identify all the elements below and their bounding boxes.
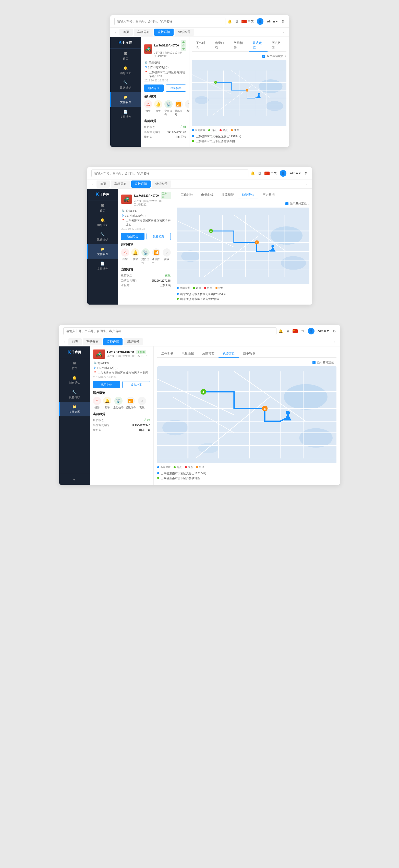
info-icon-3[interactable]: ℹ [335,361,336,364]
lang-switcher-3[interactable]: 中文 [293,329,305,333]
sidebar-item-file-mgmt-3[interactable]: 📁 文件管理 [59,402,90,416]
run-alarm-2[interactable]: ⚠ 报警 [121,248,129,265]
tab-vehicle-2[interactable]: 车辆分布 [111,181,130,188]
lang-switcher[interactable]: 中文 [242,19,254,24]
map-container-3[interactable]: A B [157,366,336,463]
archive-button[interactable]: 设备档案 [166,85,186,92]
tab-monitor[interactable]: 监控详情 [154,29,174,36]
run-warn-2[interactable]: 🔔 预警 [131,248,140,265]
tab-org-3[interactable]: 组织账号 [124,338,143,345]
user-avatar-3[interactable]: 👤 [308,328,314,335]
tab-fault-3[interactable]: 故障预警 [198,350,218,358]
settings-icon[interactable]: ⚙ [282,20,285,24]
run-overview-title: 运行概览 [144,94,186,98]
run-warn-3[interactable]: 🔔 预警 [103,397,111,409]
tab-vehicle-3[interactable]: 车辆分布 [83,338,102,345]
run-icon-warn[interactable]: 🔔 预警 [154,100,162,116]
tab-home-3[interactable]: 首页 [68,338,82,345]
nav-next-3[interactable]: › [332,339,337,344]
tab-track-3[interactable]: 轨迹定位 [218,350,239,358]
run-icon-alarm[interactable]: ⚠ 报警 [144,100,152,116]
nav-next[interactable]: › [281,30,286,35]
tab-home[interactable]: 首页 [120,29,133,36]
tab-work-hours-3[interactable]: 工作时长 [157,350,178,358]
search-input-2[interactable] [91,169,248,177]
archive-button-3[interactable]: 设备档案 [122,381,150,388]
map-container-2[interactable]: A B [177,208,309,284]
info-icon[interactable]: ℹ [285,54,286,58]
tab-work-hours-2[interactable]: 工作时长 [177,191,197,198]
sidebar-collapse-button[interactable]: « [59,474,90,485]
base-checkbox-3[interactable]: ✓ [312,361,315,364]
monitor-icon[interactable]: 🖥 [235,20,239,24]
user-avatar-2[interactable]: 👤 [280,170,286,177]
user-avatar[interactable]: 👤 [257,18,264,25]
settings-icon-2[interactable]: ⚙ [305,171,308,176]
search-input-3[interactable] [63,327,276,335]
sidebar-item-home-2[interactable]: ⊞ 首页 [87,200,118,215]
nav-prev-3[interactable]: ‹ [62,339,67,344]
bell-icon[interactable]: 🔔 [227,20,232,24]
sidebar-item-file-op-2[interactable]: 📄 文件操作 [87,258,118,273]
run-offline-3[interactable]: ○ 离线 [138,397,146,409]
comm-label: 通讯信号 [175,109,183,116]
bell-icon-2[interactable]: 🔔 [250,171,255,176]
search-input[interactable] [114,18,225,25]
tab-org[interactable]: 组织账号 [175,29,194,36]
tab-work-hours[interactable]: 工作时长 [192,39,211,51]
tab-fault-2[interactable]: 故障预警 [217,191,238,198]
run-offline-2[interactable]: ○ 离线 [163,248,171,265]
monitor-icon-2[interactable]: 🖥 [258,171,262,176]
run-locate-3[interactable]: 📡 定位信号 [113,397,124,409]
nav-next-2[interactable]: › [304,182,309,187]
tab-track-2[interactable]: 轨迹定位 [238,191,258,199]
tab-battery[interactable]: 电量曲线 [211,39,230,51]
bell-icon-3[interactable]: 🔔 [278,329,283,333]
tab-history-3[interactable]: 历史数据 [239,350,259,358]
tab-monitor-2[interactable]: 监控详情 [131,181,151,188]
sidebar-item-notice-3[interactable]: 🔔 消息通知 [59,373,90,387]
run-title-2: 运行概览 [121,243,171,247]
sidebar-item-home[interactable]: ⊞ 首页 [110,49,141,63]
tab-history-2[interactable]: 历史数据 [258,191,279,198]
sidebar-item-file-mgmt-2[interactable]: 📁 文件管理 [87,244,118,258]
archive-button-2[interactable]: 设备档案 [147,233,171,240]
nav-prev[interactable]: ‹ [113,30,118,35]
sidebar-item-file-op[interactable]: 📄 文件操作 [110,107,141,121]
svg-point-26 [181,250,200,262]
run-alarm-3[interactable]: ⚠ 报警 [93,397,101,409]
sidebar-item-device-2[interactable]: 🔧 设备维护 [87,229,118,244]
info-icon-2[interactable]: ℹ [308,202,309,205]
tab-battery-3[interactable]: 电量曲线 [178,350,198,358]
sidebar-item-device-3[interactable]: 🔧 设备维护 [59,387,90,402]
run-locate-2[interactable]: 📡 定位信号 [142,248,150,265]
tab-history[interactable]: 历史数据 [268,39,286,51]
sidebar-item-notice-2[interactable]: 🔔 消息通知 [87,215,118,229]
tab-home-2[interactable]: 首页 [96,181,110,188]
run-comm-3[interactable]: 📶 通讯信号 [126,397,136,409]
tab-monitor-3[interactable]: 监控详情 [103,338,123,345]
sidebar-item-device[interactable]: 🔧 设备维护 [110,78,141,92]
sidebar-item-file-mgmt[interactable]: 📁 文件管理 [110,92,141,107]
run-comm-2[interactable]: 📶 通讯信号 [152,248,160,265]
lang-switcher-2[interactable]: 中文 [265,171,277,176]
locate-button-3[interactable]: 地图定位 [93,381,121,388]
tab-vehicle[interactable]: 车辆分布 [134,29,153,36]
tab-track[interactable]: 轨迹定位 [249,39,268,52]
map-container[interactable]: A B [192,60,286,126]
base-station-checkbox[interactable]: ✓ [262,55,265,58]
locate-button[interactable]: 地图定位 [144,85,164,92]
run-icon-comm[interactable]: 📶 通讯信号 [175,100,183,116]
sidebar-item-home-3[interactable]: ⊞ 首页 [59,358,90,373]
base-checkbox-2[interactable]: ✓ [285,202,288,205]
sidebar-item-notice[interactable]: 🔔 消息通知 [110,63,141,78]
tab-org-2[interactable]: 组织账号 [152,181,171,188]
settings-icon-3[interactable]: ⚙ [333,329,336,333]
alarm-circle: ⚠ [144,100,152,108]
tab-fault[interactable]: 故障预警 [230,39,249,51]
locate-button-2[interactable]: 地图定位 [121,233,145,240]
run-icon-locate[interactable]: 📡 定位信号 [164,100,173,116]
tab-battery-2[interactable]: 电量曲线 [197,191,217,198]
nav-prev-2[interactable]: ‹ [90,182,95,187]
monitor-icon-3[interactable]: 🖥 [286,329,289,333]
